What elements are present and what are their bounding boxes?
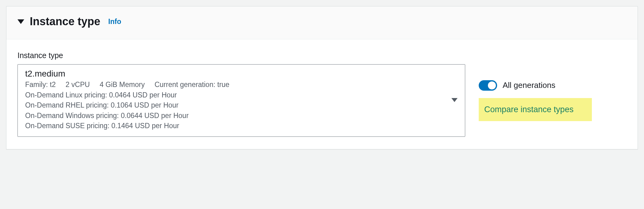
panel-body: Instance type t2.medium Family: t2 2 vCP… [6,39,638,149]
panel-header: Instance type Info [6,6,638,39]
chevron-down-icon [451,98,458,102]
instance-specs: Family: t2 2 vCPU 4 GiB Memory Current g… [25,81,444,89]
select-content: t2.medium Family: t2 2 vCPU 4 GiB Memory… [25,69,444,131]
all-generations-label: All generations [503,81,555,90]
field-row: t2.medium Family: t2 2 vCPU 4 GiB Memory… [17,64,627,137]
field-label: Instance type [17,51,627,60]
compare-instance-types-link[interactable]: Compare instance types [479,98,592,121]
spec-generation: Current generation: true [155,81,229,89]
instance-type-panel: Instance type Info Instance type t2.medi… [6,6,638,149]
toggle-knob-icon [488,81,496,89]
panel-title: Instance type [30,15,100,28]
spec-vcpu: 2 vCPU [66,81,90,89]
all-generations-toggle[interactable] [479,80,497,91]
pricing-rhel: On-Demand RHEL pricing: 0.1064 USD per H… [25,100,444,110]
pricing-suse: On-Demand SUSE pricing: 0.1464 USD per H… [25,121,444,131]
spec-memory: 4 GiB Memory [100,81,145,89]
collapse-caret-icon[interactable] [17,19,24,24]
spec-family: Family: t2 [25,81,56,89]
info-link[interactable]: Info [108,18,121,26]
pricing-windows: On-Demand Windows pricing: 0.0644 USD pe… [25,111,444,121]
pricing-linux: On-Demand Linux pricing: 0.0464 USD per … [25,90,444,100]
side-controls: All generations Compare instance types [479,64,627,137]
all-generations-row: All generations [479,80,627,91]
instance-type-select[interactable]: t2.medium Family: t2 2 vCPU 4 GiB Memory… [17,64,465,137]
instance-name: t2.medium [25,69,444,79]
